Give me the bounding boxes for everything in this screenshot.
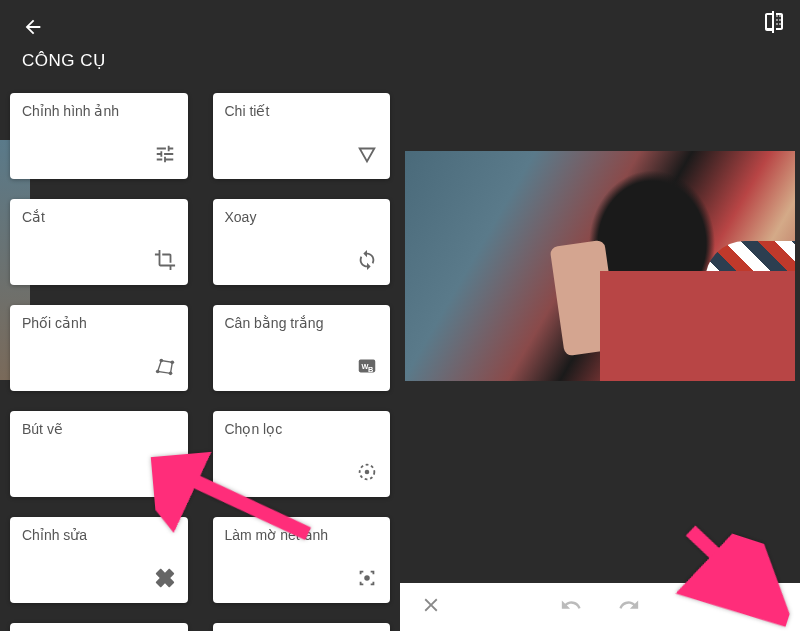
- tool-white-balance[interactable]: Cân bằng trắng WB: [213, 305, 391, 391]
- tool-label: Cân bằng trắng: [225, 315, 379, 331]
- tool-tune-image[interactable]: Chỉnh hình ảnh: [10, 93, 188, 179]
- triangle-down-icon: [356, 143, 378, 169]
- svg-point-3: [168, 372, 172, 376]
- tool-label: Bút vẽ: [22, 421, 176, 437]
- tool-details[interactable]: Chi tiết: [213, 93, 391, 179]
- tools-panel: CÔNG CỤ Chỉnh hình ảnh Chi tiết Cắt Xoay: [0, 0, 400, 631]
- undo-button[interactable]: [560, 594, 582, 620]
- brush-icon: [154, 461, 176, 487]
- editor-topbar: [400, 0, 800, 48]
- editor-bottombar: [400, 583, 800, 631]
- tool-label: Xoay: [225, 209, 379, 225]
- tool-label: Làm mờ nét ảnh: [225, 527, 379, 543]
- history-group: [560, 594, 640, 620]
- image-canvas-area[interactable]: [400, 48, 800, 583]
- redo-button[interactable]: [618, 594, 640, 620]
- tool-label: Chỉnh sửa: [22, 527, 176, 543]
- tool-curves[interactable]: Đồ thị màu: [213, 623, 391, 631]
- tool-crop[interactable]: Cắt: [10, 199, 188, 285]
- tool-label: Chỉnh hình ảnh: [22, 103, 176, 119]
- tools-header: CÔNG CỤ: [0, 0, 400, 81]
- svg-point-2: [170, 361, 174, 365]
- tool-blur[interactable]: Làm mờ nét ảnh: [213, 517, 391, 603]
- compare-icon[interactable]: [762, 10, 786, 38]
- tool-brush[interactable]: Bút vẽ: [10, 411, 188, 497]
- svg-point-1: [159, 359, 163, 363]
- tool-label: Phối cảnh: [22, 315, 176, 331]
- blur-icon: [356, 567, 378, 593]
- svg-text:B: B: [368, 365, 373, 374]
- svg-point-8: [365, 470, 370, 475]
- tool-label: Chọn lọc: [225, 421, 379, 437]
- cancel-button[interactable]: [420, 594, 442, 620]
- tool-healing[interactable]: Chỉnh sửa: [10, 517, 188, 603]
- tool-perspective[interactable]: Phối cảnh: [10, 305, 188, 391]
- white-balance-icon: WB: [356, 355, 378, 381]
- tool-selective[interactable]: Chọn lọc: [213, 411, 391, 497]
- panel-title: CÔNG CỤ: [22, 50, 382, 71]
- rotate-icon: [356, 249, 378, 275]
- editor-panel: [400, 0, 800, 631]
- perspective-icon: [154, 355, 176, 381]
- tool-rotate[interactable]: Xoay: [213, 199, 391, 285]
- selective-icon: [356, 461, 378, 487]
- crop-icon: [154, 249, 176, 275]
- tool-text[interactable]: Văn bản: [10, 623, 188, 631]
- edited-photo: [405, 151, 795, 381]
- back-icon[interactable]: [22, 18, 44, 43]
- svg-point-0: [155, 370, 159, 374]
- sliders-icon: [154, 143, 176, 169]
- healing-icon: [154, 567, 176, 593]
- tools-grid: Chỉnh hình ảnh Chi tiết Cắt Xoay Phối cả: [0, 93, 400, 631]
- apply-button[interactable]: [758, 594, 780, 620]
- svg-point-9: [364, 575, 370, 581]
- tool-label: Chi tiết: [225, 103, 379, 119]
- tool-label: Cắt: [22, 209, 176, 225]
